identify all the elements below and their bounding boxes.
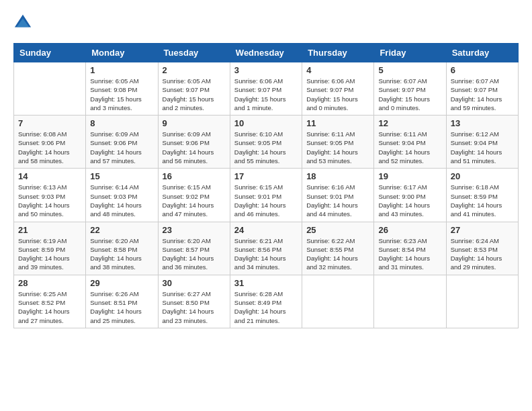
day-number: 30 bbox=[163, 278, 226, 288]
day-info: Sunrise: 6:22 AMSunset: 8:55 PMDaylight:… bbox=[306, 236, 369, 272]
calendar-week-row: 28Sunrise: 6:25 AMSunset: 8:52 PMDayligh… bbox=[14, 275, 519, 328]
day-info: Sunrise: 6:06 AMSunset: 9:07 PMDaylight:… bbox=[234, 77, 298, 112]
day-number: 15 bbox=[90, 171, 153, 181]
day-number: 19 bbox=[378, 171, 441, 181]
day-number: 25 bbox=[306, 225, 369, 235]
weekday-header-thursday: Thursday bbox=[302, 44, 374, 62]
calendar-cell: 2Sunrise: 6:05 AMSunset: 9:07 PMDaylight… bbox=[158, 62, 230, 116]
calendar-cell: 19Sunrise: 6:17 AMSunset: 9:00 PMDayligh… bbox=[374, 169, 446, 222]
day-info: Sunrise: 6:11 AMSunset: 9:05 PMDaylight:… bbox=[306, 130, 369, 165]
calendar-cell: 16Sunrise: 6:15 AMSunset: 9:02 PMDayligh… bbox=[158, 169, 230, 222]
calendar-cell: 21Sunrise: 6:19 AMSunset: 8:59 PMDayligh… bbox=[14, 222, 86, 275]
calendar-cell: 22Sunrise: 6:20 AMSunset: 8:58 PMDayligh… bbox=[86, 222, 158, 275]
calendar-cell: 8Sunrise: 6:09 AMSunset: 9:06 PMDaylight… bbox=[86, 116, 158, 169]
day-number: 5 bbox=[378, 65, 441, 75]
weekday-header-tuesday: Tuesday bbox=[158, 44, 230, 62]
page-header bbox=[13, 13, 519, 32]
day-info: Sunrise: 6:25 AMSunset: 8:52 PMDaylight:… bbox=[18, 289, 81, 325]
calendar-cell bbox=[302, 275, 374, 328]
day-number: 8 bbox=[90, 118, 153, 128]
day-number: 27 bbox=[451, 225, 514, 235]
calendar-cell: 4Sunrise: 6:06 AMSunset: 9:07 PMDaylight… bbox=[302, 62, 374, 116]
day-info: Sunrise: 6:05 AMSunset: 9:07 PMDaylight:… bbox=[163, 77, 226, 112]
day-info: Sunrise: 6:10 AMSunset: 9:05 PMDaylight:… bbox=[234, 130, 298, 165]
calendar-cell bbox=[14, 62, 86, 116]
logo-icon bbox=[13, 13, 32, 32]
calendar-cell: 6Sunrise: 6:07 AMSunset: 9:07 PMDaylight… bbox=[446, 62, 518, 116]
calendar-cell: 24Sunrise: 6:21 AMSunset: 8:56 PMDayligh… bbox=[230, 222, 302, 275]
day-info: Sunrise: 6:26 AMSunset: 8:51 PMDaylight:… bbox=[90, 289, 153, 325]
day-number: 23 bbox=[163, 225, 226, 235]
weekday-header-sunday: Sunday bbox=[14, 44, 86, 62]
day-number: 11 bbox=[306, 118, 369, 128]
day-info: Sunrise: 6:08 AMSunset: 9:06 PMDaylight:… bbox=[18, 130, 81, 165]
day-number: 20 bbox=[451, 171, 514, 181]
day-info: Sunrise: 6:20 AMSunset: 8:57 PMDaylight:… bbox=[163, 236, 226, 272]
day-info: Sunrise: 6:13 AMSunset: 9:03 PMDaylight:… bbox=[18, 183, 81, 218]
day-number: 24 bbox=[234, 225, 298, 235]
day-info: Sunrise: 6:19 AMSunset: 8:59 PMDaylight:… bbox=[18, 236, 81, 272]
day-info: Sunrise: 6:07 AMSunset: 9:07 PMDaylight:… bbox=[451, 77, 514, 112]
day-info: Sunrise: 6:16 AMSunset: 9:01 PMDaylight:… bbox=[306, 183, 369, 218]
day-number: 12 bbox=[378, 118, 441, 128]
weekday-header-saturday: Saturday bbox=[446, 44, 518, 62]
day-info: Sunrise: 6:15 AMSunset: 9:02 PMDaylight:… bbox=[163, 183, 226, 218]
calendar-cell: 15Sunrise: 6:14 AMSunset: 9:03 PMDayligh… bbox=[86, 169, 158, 222]
day-number: 3 bbox=[234, 65, 298, 75]
day-info: Sunrise: 6:07 AMSunset: 9:07 PMDaylight:… bbox=[378, 77, 441, 112]
day-info: Sunrise: 6:23 AMSunset: 8:54 PMDaylight:… bbox=[378, 236, 441, 272]
day-info: Sunrise: 6:05 AMSunset: 9:08 PMDaylight:… bbox=[90, 77, 153, 112]
day-number: 16 bbox=[163, 171, 226, 181]
day-number: 31 bbox=[234, 278, 298, 288]
calendar-cell: 25Sunrise: 6:22 AMSunset: 8:55 PMDayligh… bbox=[302, 222, 374, 275]
day-info: Sunrise: 6:09 AMSunset: 9:06 PMDaylight:… bbox=[163, 130, 226, 165]
calendar-cell: 7Sunrise: 6:08 AMSunset: 9:06 PMDaylight… bbox=[14, 116, 86, 169]
day-number: 17 bbox=[234, 171, 298, 181]
calendar-cell: 17Sunrise: 6:15 AMSunset: 9:01 PMDayligh… bbox=[230, 169, 302, 222]
logo bbox=[13, 13, 35, 32]
calendar-cell: 3Sunrise: 6:06 AMSunset: 9:07 PMDaylight… bbox=[230, 62, 302, 116]
calendar-cell: 9Sunrise: 6:09 AMSunset: 9:06 PMDaylight… bbox=[158, 116, 230, 169]
calendar-cell: 18Sunrise: 6:16 AMSunset: 9:01 PMDayligh… bbox=[302, 169, 374, 222]
day-info: Sunrise: 6:17 AMSunset: 9:00 PMDaylight:… bbox=[378, 183, 441, 218]
day-info: Sunrise: 6:18 AMSunset: 8:59 PMDaylight:… bbox=[451, 183, 514, 218]
day-number: 29 bbox=[90, 278, 153, 288]
calendar-cell: 5Sunrise: 6:07 AMSunset: 9:07 PMDaylight… bbox=[374, 62, 446, 116]
calendar-cell bbox=[374, 275, 446, 328]
calendar-cell: 26Sunrise: 6:23 AMSunset: 8:54 PMDayligh… bbox=[374, 222, 446, 275]
day-info: Sunrise: 6:21 AMSunset: 8:56 PMDaylight:… bbox=[234, 236, 298, 272]
day-number: 18 bbox=[306, 171, 369, 181]
calendar-cell: 28Sunrise: 6:25 AMSunset: 8:52 PMDayligh… bbox=[14, 275, 86, 328]
day-info: Sunrise: 6:11 AMSunset: 9:04 PMDaylight:… bbox=[378, 130, 441, 165]
day-number: 6 bbox=[451, 65, 514, 75]
calendar-cell: 30Sunrise: 6:27 AMSunset: 8:50 PMDayligh… bbox=[158, 275, 230, 328]
calendar-week-row: 7Sunrise: 6:08 AMSunset: 9:06 PMDaylight… bbox=[14, 116, 519, 169]
calendar-cell: 31Sunrise: 6:28 AMSunset: 8:49 PMDayligh… bbox=[230, 275, 302, 328]
calendar-cell: 10Sunrise: 6:10 AMSunset: 9:05 PMDayligh… bbox=[230, 116, 302, 169]
day-info: Sunrise: 6:06 AMSunset: 9:07 PMDaylight:… bbox=[306, 77, 369, 112]
weekday-header-friday: Friday bbox=[374, 44, 446, 62]
day-number: 28 bbox=[18, 278, 81, 288]
day-number: 26 bbox=[378, 225, 441, 235]
calendar-cell: 11Sunrise: 6:11 AMSunset: 9:05 PMDayligh… bbox=[302, 116, 374, 169]
calendar-cell: 29Sunrise: 6:26 AMSunset: 8:51 PMDayligh… bbox=[86, 275, 158, 328]
day-info: Sunrise: 6:28 AMSunset: 8:49 PMDaylight:… bbox=[234, 289, 298, 325]
day-number: 2 bbox=[163, 65, 226, 75]
day-info: Sunrise: 6:27 AMSunset: 8:50 PMDaylight:… bbox=[163, 289, 226, 325]
day-number: 13 bbox=[451, 118, 514, 128]
day-info: Sunrise: 6:24 AMSunset: 8:53 PMDaylight:… bbox=[451, 236, 514, 272]
day-info: Sunrise: 6:14 AMSunset: 9:03 PMDaylight:… bbox=[90, 183, 153, 218]
day-info: Sunrise: 6:09 AMSunset: 9:06 PMDaylight:… bbox=[90, 130, 153, 165]
calendar-table: SundayMondayTuesdayWednesdayThursdayFrid… bbox=[13, 43, 519, 328]
calendar-week-row: 21Sunrise: 6:19 AMSunset: 8:59 PMDayligh… bbox=[14, 222, 519, 275]
day-number: 21 bbox=[18, 225, 81, 235]
day-number: 4 bbox=[306, 65, 369, 75]
day-info: Sunrise: 6:15 AMSunset: 9:01 PMDaylight:… bbox=[234, 183, 298, 218]
day-info: Sunrise: 6:12 AMSunset: 9:04 PMDaylight:… bbox=[451, 130, 514, 165]
calendar-cell: 1Sunrise: 6:05 AMSunset: 9:08 PMDaylight… bbox=[86, 62, 158, 116]
weekday-header-monday: Monday bbox=[86, 44, 158, 62]
calendar-week-row: 1Sunrise: 6:05 AMSunset: 9:08 PMDaylight… bbox=[14, 62, 519, 116]
day-number: 7 bbox=[18, 118, 81, 128]
weekday-header-row: SundayMondayTuesdayWednesdayThursdayFrid… bbox=[14, 44, 519, 62]
day-number: 10 bbox=[234, 118, 298, 128]
